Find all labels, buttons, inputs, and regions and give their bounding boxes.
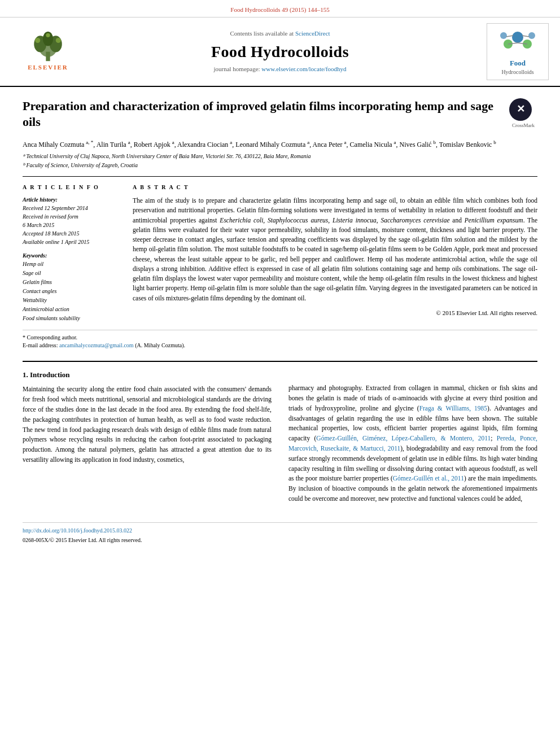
ref-fraga: Fraga & Williams, 1985 — [419, 405, 487, 412]
keyword-1: Hemp oil — [23, 260, 121, 269]
journal-citation: Food Hydrocolloids 49 (2015) 144–155 — [230, 6, 329, 13]
footer-divider — [23, 522, 537, 523]
history-label: Article history: — [23, 196, 121, 204]
svg-point-7 — [46, 33, 50, 37]
received-revised-label: Received in revised form — [23, 212, 121, 221]
keyword-5: Wettability — [23, 296, 121, 305]
keyword-4: Contact angles — [23, 287, 121, 296]
crossmark-icon: ✕ — [509, 98, 532, 121]
intro-right-col: pharmacy and photography. Extracted from… — [288, 370, 537, 509]
title-section: Preparation and characterization of impr… — [23, 98, 537, 130]
footnote-email-line: E-mail address: ancamihalycozmuta@gmail.… — [23, 342, 537, 350]
fh-logo-icon — [492, 27, 543, 55]
intro-left-col: 1. Introduction Maintaining the security… — [23, 370, 272, 509]
email-link[interactable]: ancamihalycozmuta@gmail.com — [59, 342, 134, 348]
elsevier-tree-icon — [25, 31, 71, 62]
sciencedirect-link[interactable]: ScienceDirect — [295, 30, 330, 37]
affiliation-a: ᵃ Technical University of Cluj Napoca, N… — [23, 152, 537, 160]
fh-logo-title: Food — [491, 58, 545, 68]
section-heading: 1. Introduction — [23, 370, 272, 380]
info-abstract-cols: A R T I C L E I N F O Article history: R… — [23, 184, 537, 323]
homepage-line: journal homepage: www.elsevier.com/locat… — [85, 65, 475, 73]
issn-line: 0268-005X/© 2015 Elsevier Ltd. All right… — [23, 536, 537, 544]
fh-logo-sub: Hydrocolloids — [491, 68, 545, 76]
footnote-area: * Corresponding author. E-mail address: … — [23, 330, 537, 350]
keywords-title: Keywords: — [23, 252, 121, 260]
available-date: Available online 1 April 2015 — [23, 238, 121, 246]
svg-point-11 — [500, 32, 507, 39]
keywords-section: Keywords: Hemp oil Sage oil Gelatin film… — [23, 252, 121, 323]
keyword-3: Gelatin films — [23, 278, 121, 287]
article-info-title: A R T I C L E I N F O — [23, 184, 121, 191]
ref-gomez2: Gómez-Guillén et al., 2011 — [393, 475, 464, 482]
ref-gomez1: Gómez-Guillén, Giménez, López-Caballero,… — [316, 435, 491, 442]
elsevier-logo: ELSEVIER — [25, 31, 71, 72]
article-history: Article history: Received 12 September 2… — [23, 196, 121, 246]
abstract-text: The aim of the study is to prepare and c… — [133, 196, 537, 303]
authors-line: Anca Mihaly Cozmuta a, *, Alin Turila a,… — [23, 138, 537, 150]
abstract-title: A B S T R A C T — [133, 184, 537, 191]
svg-point-6 — [56, 38, 61, 43]
article-title: Preparation and characterization of impr… — [23, 98, 509, 130]
intro-section: 1. Introduction Maintaining the security… — [0, 362, 560, 520]
article-info: A R T I C L E I N F O Article history: R… — [23, 184, 121, 323]
section-title-text: Introduction — [30, 370, 70, 379]
contents-line: Contents lists available at ScienceDirec… — [85, 29, 475, 38]
doi-link[interactable]: http://dx.doi.org/10.1016/j.foodhyd.2015… — [23, 527, 132, 534]
banner-center: Contents lists available at ScienceDirec… — [85, 29, 475, 73]
received-revised-date: 6 March 2015 — [23, 221, 121, 229]
fh-logo-box: Food Hydrocolloids — [487, 23, 549, 80]
journal-title-banner: Food Hydrocolloids — [85, 41, 475, 63]
homepage-link[interactable]: www.elsevier.com/locate/foodhyd — [261, 65, 346, 72]
intro-para-1: Maintaining the security along the entir… — [23, 385, 272, 465]
elsevier-wordmark: ELSEVIER — [28, 63, 68, 72]
footer-area: http://dx.doi.org/10.1016/j.foodhyd.2015… — [0, 520, 560, 547]
svg-point-8 — [512, 32, 523, 43]
right-logo-area: Food Hydrocolloids — [475, 23, 549, 80]
received-date: Received 12 September 2014 — [23, 204, 121, 212]
keyword-2: Sage oil — [23, 269, 121, 278]
copyright-line: © 2015 Elsevier Ltd. All rights reserved… — [133, 309, 537, 317]
divider-1 — [23, 176, 537, 177]
journal-header: Food Hydrocolloids 49 (2015) 144–155 — [0, 0, 560, 18]
abstract-section: A B S T R A C T The aim of the study is … — [133, 184, 537, 323]
accepted-date: Accepted 18 March 2015 — [23, 229, 121, 238]
svg-point-12 — [528, 32, 535, 39]
footnote-corresponding: * Corresponding author. — [23, 334, 537, 342]
crossmark-area: ✕ CrossMark — [509, 98, 537, 129]
keyword-6: Antimicrobial action — [23, 305, 121, 314]
article-content: Preparation and characterization of impr… — [0, 87, 560, 361]
affiliation-b: ᵇ Faculty of Science, University of Zagr… — [23, 161, 537, 169]
intro-para-2: pharmacy and photography. Extracted from… — [288, 383, 537, 504]
crossmark-label: CrossMark — [509, 122, 537, 129]
svg-point-5 — [35, 38, 40, 43]
journal-banner: ELSEVIER Contents lists available at Sci… — [0, 18, 560, 87]
keyword-7: Food simulants solubility — [23, 314, 121, 323]
elsevier-logo-area: ELSEVIER — [11, 31, 85, 72]
